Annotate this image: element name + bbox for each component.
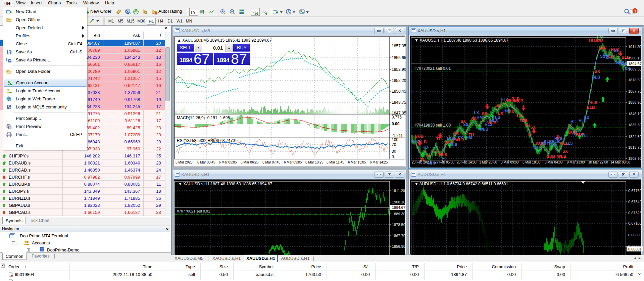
svg-text:6 Mar 14:25: 6 Mar 14:25 — [370, 160, 388, 164]
svg-text:1813.70: 1813.70 — [628, 145, 642, 149]
svg-text:RSI(13) 58.5332 RSI(3) 63.747: RSI(13) 58.5332 RSI(3) 63.7470 — [177, 138, 235, 143]
svg-text:6 Mar 11:45: 6 Mar 11:45 — [327, 160, 344, 164]
svg-text:LX: LX — [498, 111, 503, 116]
svg-text:HI: HI — [426, 153, 430, 158]
svg-text:28 Feb 14:00: 28 Feb 14:00 — [457, 160, 477, 164]
svg-text:LX: LX — [517, 113, 522, 118]
svg-text:1824.50: 1824.50 — [628, 135, 642, 139]
svg-text:TLS: TLS — [565, 141, 573, 146]
svg-text:6 Mar 18:00: 6 Mar 18:00 — [523, 160, 541, 164]
svg-text:1911.20: 1911.20 — [628, 45, 641, 49]
svg-text:BUB: BUB — [415, 134, 424, 139]
svg-text:6 Mar 09:05: 6 Mar 09:05 — [284, 160, 302, 164]
svg-text:HLS: HLS — [554, 136, 562, 141]
svg-text:SX: SX — [458, 136, 463, 140]
svg-text:1889.30: 1889.30 — [628, 67, 642, 71]
svg-text:9 Mar 13:00: 9 Mar 13:00 — [567, 160, 585, 164]
svg-text:1878.50: 1878.50 — [628, 78, 642, 82]
svg-text:BUB: BUB — [546, 154, 555, 159]
svg-text:0.67760: 0.67760 — [628, 189, 642, 193]
svg-text:WLB: WLB — [514, 99, 524, 103]
svg-text:6 Mar 06:25: 6 Mar 06:25 — [241, 160, 259, 164]
svg-text:1 Mar 23:00: 1 Mar 23:00 — [479, 160, 497, 164]
svg-text:1900.10: 1900.10 — [628, 56, 642, 60]
svg-text:14 Mar 08:00: 14 Mar 08:00 — [610, 160, 630, 164]
svg-text:1878.50: 1878.50 — [392, 223, 405, 227]
svg-text:BLB: BLB — [587, 105, 595, 110]
svg-text:SS: SS — [608, 55, 613, 59]
svg-text:8 Mar 04:00: 8 Mar 04:00 — [545, 160, 563, 164]
svg-text:1850.45: 1850.45 — [392, 89, 406, 94]
svg-text:0.66890: 0.66890 — [628, 233, 642, 237]
svg-text:6 Mar 07:45: 6 Mar 07:45 — [262, 160, 281, 164]
svg-text:#70770021 sell 0.01: #70770021 sell 0.01 — [177, 209, 210, 213]
svg-text:TU: TU — [533, 145, 538, 150]
svg-text:TU: TU — [423, 145, 428, 150]
svg-text:1856.90: 1856.90 — [392, 244, 405, 248]
svg-text:6 Mar 13:05: 6 Mar 13:05 — [348, 160, 366, 164]
svg-text:30: 30 — [392, 149, 396, 154]
svg-text:TU: TU — [436, 137, 442, 141]
svg-text:▼ XAUUSD.s,H1 1887.48 1898.6: ▼ XAUUSD.s,H1 1887.48 1898.63 1886.65 18… — [414, 38, 508, 43]
svg-text:0.00: 0.00 — [392, 122, 400, 126]
svg-text:SX: SX — [495, 103, 501, 108]
svg-text:HI: HI — [571, 120, 575, 124]
svg-text:6 Mar 03:45: 6 Mar 03:45 — [197, 160, 215, 164]
svg-text:SX: SX — [530, 125, 536, 130]
svg-text:1852.20: 1852.20 — [392, 78, 406, 83]
svg-text:70: 70 — [392, 142, 396, 147]
svg-text:1853.90: 1853.90 — [392, 67, 406, 72]
svg-text:1856.90: 1856.90 — [628, 100, 642, 104]
svg-text:0: 0 — [392, 154, 394, 159]
svg-text:1894.67: 1894.67 — [392, 205, 405, 209]
svg-text:23 Feb 2023: 23 Feb 2023 — [412, 160, 431, 164]
svg-text:1848.75: 1848.75 — [392, 100, 406, 105]
svg-text:6 Mar 05:05: 6 Mar 05:05 — [219, 160, 237, 164]
svg-text:WLB: WLB — [557, 154, 566, 159]
svg-text:1846.10: 1846.10 — [628, 112, 642, 116]
svg-text:SS: SS — [613, 48, 619, 53]
svg-text:LX: LX — [474, 110, 479, 115]
svg-text:▲ XAUUSD.s,M5 1894.15 1895.4: ▲ XAUUSD.s,M5 1894.15 1895.42 1893.92 18… — [177, 38, 272, 43]
svg-text:6 Mar 10:25: 6 Mar 10:25 — [305, 160, 324, 164]
svg-text:1857.35: 1857.35 — [392, 44, 406, 48]
svg-text:▼ AUDUSD.s,H1 0.66734 0.6674: ▼ AUDUSD.s,H1 0.66734 0.66742 0.66511 0.… — [414, 182, 508, 186]
svg-text:0.66601: 0.66601 — [628, 247, 642, 251]
svg-text:6 Mar 2023: 6 Mar 2023 — [176, 160, 193, 164]
svg-text:10 Mar 22:00: 10 Mar 22:00 — [588, 160, 608, 164]
svg-text:#70770021 sell 0.01: #70770021 sell 0.01 — [414, 66, 451, 71]
svg-text:1: 1 — [634, 9, 636, 13]
svg-text:SX: SX — [595, 69, 600, 74]
svg-text:BLB: BLB — [592, 75, 600, 80]
svg-text:HI: HI — [597, 46, 601, 51]
svg-text:SX: SX — [562, 149, 568, 154]
svg-text:1911.20: 1911.20 — [392, 189, 405, 193]
svg-text:SS: SS — [471, 116, 477, 121]
svg-text:SX: SX — [522, 118, 528, 123]
svg-text:1855.65: 1855.65 — [392, 55, 406, 60]
svg-text:WLB: WLB — [479, 127, 489, 132]
svg-text:3 Mar 09:00: 3 Mar 09:00 — [501, 160, 519, 164]
svg-text:0.775: 0.775 — [392, 115, 402, 120]
svg-text:1835.30: 1835.30 — [628, 123, 642, 127]
svg-text:HLS: HLS — [589, 100, 597, 105]
svg-text:MACD(12,26,9) -0.191 -1.695: MACD(12,26,9) -0.191 -1.695 — [177, 115, 230, 120]
svg-text:TU: TU — [468, 133, 474, 137]
svg-text:HM: HM — [452, 131, 459, 136]
svg-text:▼ XAUUSD.s,H1 1887.48 1898.6: ▼ XAUUSD.s,H1 1887.48 1898.63 1886.65 18… — [178, 182, 272, 186]
svg-text:TLS: TLS — [493, 115, 500, 120]
svg-text:WLB: WLB — [417, 140, 427, 144]
svg-text:#70419830 sell 1.00: #70419830 sell 1.00 — [414, 123, 451, 128]
svg-text:1894.67: 1894.67 — [628, 62, 642, 66]
svg-text:100: 100 — [392, 137, 398, 142]
svg-text:BUB: BUB — [447, 136, 456, 141]
svg-text:HI: HI — [528, 132, 532, 137]
svg-text:TU: TU — [525, 124, 530, 128]
svg-text:27 Feb 05:00: 27 Feb 05:00 — [435, 160, 454, 164]
svg-text:SX: SX — [509, 109, 514, 114]
svg-text:TLS: TLS — [450, 142, 457, 147]
svg-text:0.67540: 0.67540 — [628, 200, 642, 204]
svg-text:SX: SX — [584, 115, 589, 120]
svg-text:1867.70: 1867.70 — [628, 89, 642, 93]
svg-text:1802.90: 1802.90 — [628, 156, 642, 160]
